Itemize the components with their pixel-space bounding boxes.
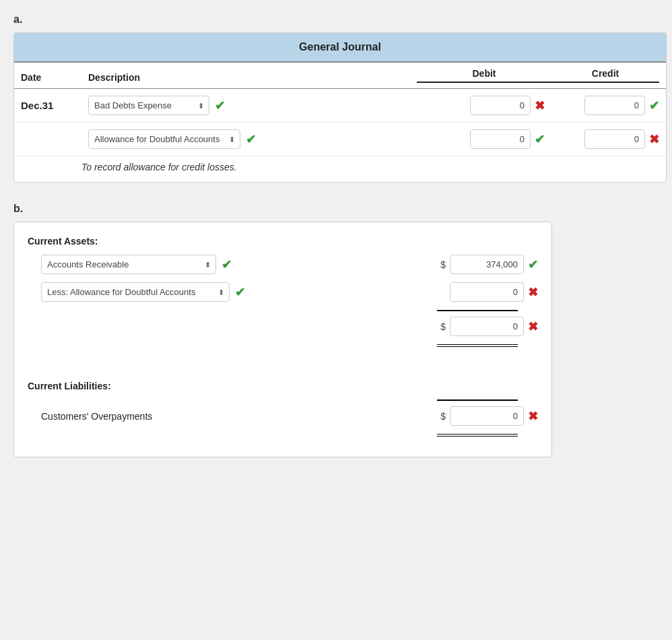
bs-row-allowance: Less: Allowance for Doubtful Accounts ✔ …	[28, 282, 538, 302]
dollar-overpayments: $	[440, 411, 446, 422]
bs-subtotal-row: $ ✖	[28, 317, 538, 336]
bs-values-overpayments: $ ✖	[390, 406, 538, 426]
section-spacer	[28, 367, 538, 381]
description-select-1[interactable]: Bad Debts Expense	[88, 96, 209, 115]
single-underline-1	[437, 310, 518, 311]
bs-desc-overpayments: Customers' Overpayments	[41, 411, 390, 422]
bs-value-x-allowance: ✖	[528, 285, 538, 300]
bs-input-overpayments[interactable]	[450, 406, 524, 426]
section-a-label: a.	[13, 13, 659, 26]
credit-input-2[interactable]	[584, 129, 645, 149]
bs-values-ar: $ ✔	[390, 255, 538, 274]
section-b-label: b.	[13, 203, 659, 215]
header-date: Date	[21, 72, 81, 83]
credit-input-1[interactable]	[584, 96, 645, 115]
date-dec31: Dec.31	[21, 100, 81, 111]
debit-input-2[interactable]	[470, 129, 531, 149]
debit-x-1: ✖	[535, 98, 545, 113]
dollar-ar: $	[440, 259, 446, 270]
desc-cell-1: Bad Debts Expense ✔	[81, 96, 417, 115]
overpayments-label: Customers' Overpayments	[41, 411, 152, 422]
header-credit: Credit	[551, 68, 659, 83]
debit-cell-2: ✔	[417, 129, 551, 149]
bs-row-accounts-receivable: Accounts Receivable ✔ $ ✔	[28, 255, 538, 274]
credit-x-2: ✖	[649, 132, 659, 147]
journal-row-2: Allowance for Doubtful Accounts ✔ ✔ ✖	[14, 123, 666, 156]
bs-desc-ar: Accounts Receivable ✔	[41, 255, 390, 274]
debit-check-2: ✔	[535, 132, 545, 147]
header-debit: Debit	[417, 68, 551, 83]
credit-check-1: ✔	[649, 98, 659, 113]
current-assets-title: Current Assets:	[28, 236, 538, 247]
journal-note: To record allowance for credit losses.	[14, 156, 666, 182]
desc-cell-2: Allowance for Doubtful Accounts ✔	[81, 129, 417, 149]
desc-check-1: ✔	[215, 98, 225, 113]
description-select-2[interactable]: Allowance for Doubtful Accounts	[88, 129, 240, 149]
current-liabilities-title: Current Liabilities:	[28, 381, 538, 391]
credit-cell-1: ✔	[551, 96, 659, 115]
bs-values-allowance: ✖	[390, 282, 538, 302]
credit-cell-2: ✖	[551, 129, 659, 149]
bs-x-overpayments: ✖	[528, 409, 538, 424]
bs-desc-allowance: Less: Allowance for Doubtful Accounts ✔	[41, 282, 390, 302]
bs-subtotal-x: ✖	[528, 319, 538, 334]
bs-row-overpayments: Customers' Overpayments $ ✖	[28, 406, 538, 426]
single-underline-2	[437, 399, 518, 401]
journal-header-row: Date Description Debit Credit	[14, 63, 666, 89]
description-select-wrapper-2[interactable]: Allowance for Doubtful Accounts	[88, 129, 240, 149]
bs-desc-check-allowance: ✔	[235, 285, 245, 300]
bs-subtotal-input[interactable]	[450, 317, 524, 336]
debit-input-1[interactable]	[470, 96, 531, 115]
general-journal-table: General Journal Date Description Debit C…	[13, 32, 667, 183]
journal-title: General Journal	[14, 33, 666, 63]
journal-row-1: Dec.31 Bad Debts Expense ✔ ✖ ✔	[14, 89, 666, 123]
bs-input-allowance[interactable]	[450, 282, 524, 302]
bs-desc-check-ar: ✔	[222, 257, 232, 272]
double-underline-1	[437, 344, 518, 347]
bs-select-wrapper-ar[interactable]: Accounts Receivable	[41, 255, 216, 274]
bs-select-wrapper-allowance[interactable]: Less: Allowance for Doubtful Accounts	[41, 282, 230, 302]
bs-select-allowance[interactable]: Less: Allowance for Doubtful Accounts	[41, 282, 230, 302]
description-select-wrapper-1[interactable]: Bad Debts Expense	[88, 96, 209, 115]
subtotal-dollar: $	[440, 321, 446, 332]
bs-subtotal-values: $ ✖	[390, 317, 538, 336]
bs-select-ar[interactable]: Accounts Receivable	[41, 255, 216, 274]
debit-cell-1: ✖	[417, 96, 551, 115]
balance-sheet: Current Assets: Accounts Receivable ✔ $ …	[13, 222, 552, 457]
bs-value-check-ar: ✔	[528, 257, 538, 272]
double-underline-2	[437, 434, 518, 437]
desc-check-2: ✔	[246, 132, 256, 147]
header-description: Description	[81, 72, 417, 83]
bs-input-ar[interactable]	[450, 255, 524, 274]
